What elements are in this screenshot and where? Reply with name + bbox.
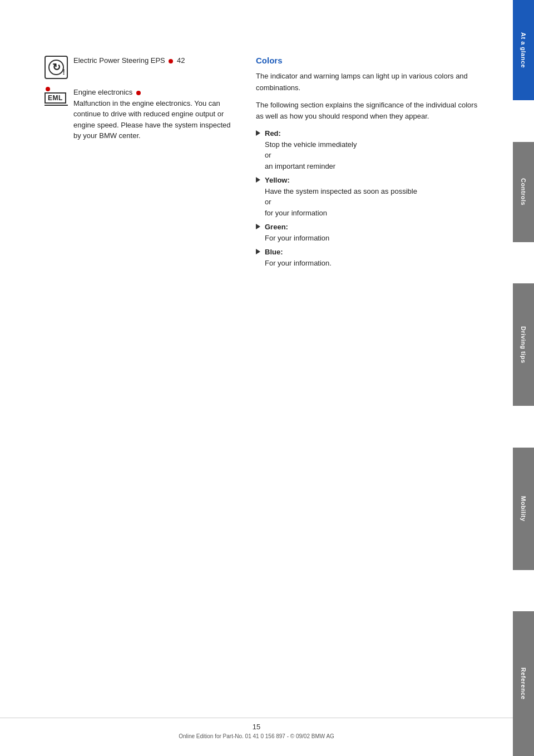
page-number: 15 (253, 723, 260, 731)
color-red-line1: Stop the vehicle immediately (265, 139, 357, 150)
bullet-red (256, 130, 260, 136)
list-item: Red: Stop the vehicle immediately or an … (256, 128, 485, 171)
eml-underline (44, 105, 68, 106)
sidebar-gap-1 (513, 100, 534, 142)
bullet-green (256, 224, 260, 229)
color-blue-content: Blue: For your information. (265, 247, 332, 268)
colors-intro-1: The indicator and warning lamps can ligh… (256, 71, 485, 94)
eps-label: Electric Power Steering EPS (73, 56, 165, 65)
bullet-blue (256, 249, 260, 254)
color-yellow-content: Yellow: Have the system inspected as soo… (265, 175, 417, 218)
color-yellow-line1: Have the system inspected as soon as pos… (265, 186, 417, 197)
color-yellow-label: Yellow: (265, 175, 417, 186)
left-column: ↻ ! Electric Power Steering EPS 42 EML (44, 56, 234, 272)
colors-heading: Colors (256, 56, 485, 65)
color-red-line2: an important reminder (265, 161, 357, 172)
bullet-yellow (256, 177, 260, 183)
color-blue-line1: For your information. (265, 258, 332, 269)
main-content: ↻ ! Electric Power Steering EPS 42 EML (0, 0, 513, 756)
eml-entry: EML Engine electronics Malfunction in th… (44, 87, 234, 141)
eps-link-text: Electric Power Steering EPS 42 (73, 56, 185, 66)
color-red-content: Red: Stop the vehicle immediately or an … (265, 128, 357, 171)
color-list: Red: Stop the vehicle immediately or an … (256, 128, 485, 268)
sidebar-tab-driving-tips[interactable]: Driving tips (513, 283, 534, 406)
page-container: At a glance Controls Driving tips Mobili… (0, 0, 534, 756)
sidebar-gap-3 (513, 406, 534, 448)
list-item: Blue: For your information. (256, 247, 485, 268)
color-green-content: Green: For your information (265, 222, 329, 243)
two-columns: ↻ ! Electric Power Steering EPS 42 EML (44, 56, 485, 272)
engine-dot (136, 91, 141, 95)
eml-icon-block: EML (44, 87, 68, 106)
eps-dot (169, 59, 173, 63)
footer: 15 Online Edition for Part-No. 01 41 0 1… (0, 718, 513, 739)
eml-box: EML (44, 92, 66, 104)
color-yellow-or: or (265, 197, 417, 208)
eps-entry: ↻ ! Electric Power Steering EPS 42 (44, 56, 234, 79)
eps-icon: ↻ ! (44, 56, 68, 79)
sidebar-gap-4 (513, 570, 534, 612)
colors-intro-2: The following section explains the signi… (256, 100, 485, 123)
list-item: Yellow: Have the system inspected as soo… (256, 175, 485, 218)
color-red-label: Red: (265, 128, 357, 139)
eml-description: Engine electronics Malfunction in the en… (73, 87, 234, 141)
eml-dot (46, 87, 50, 91)
color-green-line1: For your information (265, 233, 329, 244)
sidebar-tab-at-a-glance[interactable]: At a glance (513, 0, 534, 100)
color-green-label: Green: (265, 222, 329, 233)
color-yellow-line2: for your information (265, 208, 417, 219)
sidebar-gap-2 (513, 242, 534, 284)
footer-divider (0, 718, 513, 718)
sidebar-tab-controls[interactable]: Controls (513, 142, 534, 242)
sidebar-tab-mobility[interactable]: Mobility (513, 448, 534, 570)
eml-text-body: Malfunction in the engine electronics. Y… (73, 99, 231, 140)
color-red-or1: or (265, 150, 357, 161)
sidebar: At a glance Controls Driving tips Mobili… (513, 0, 534, 756)
footer-copyright: Online Edition for Part-No. 01 41 0 156 … (179, 733, 334, 739)
color-blue-label: Blue: (265, 247, 332, 258)
engine-electronics-label: Engine electronics (73, 88, 132, 96)
sidebar-tab-reference[interactable]: Reference (513, 611, 534, 756)
right-column: Colors The indicator and warning lamps c… (256, 56, 485, 272)
list-item: Green: For your information (256, 222, 485, 243)
eps-page-number[interactable]: 42 (177, 56, 185, 65)
